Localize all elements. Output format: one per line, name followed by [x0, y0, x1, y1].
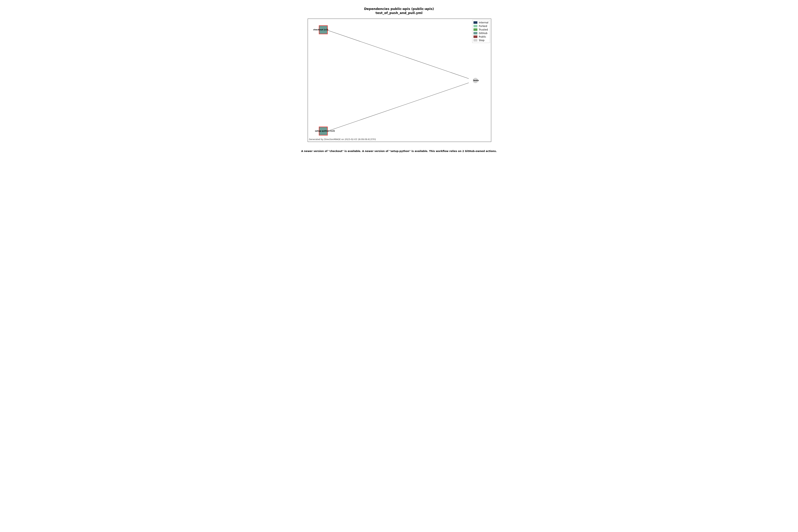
generated-footer: Generated by DirectionMIAGE on 2023-02-0…: [309, 138, 376, 140]
title-line-2: test_of_push_and_pull.yml: [376, 11, 423, 15]
legend-item-step: Step: [474, 38, 488, 42]
legend-swatch-forked: [474, 25, 477, 27]
legend-label-trusted: Trusted: [479, 28, 488, 31]
legend-label-public: Public: [479, 35, 486, 38]
legend-item-github: GitHub: [474, 32, 488, 35]
legend-label-github: GitHub: [479, 32, 488, 35]
node-checkout-label: checkout [v2]: [313, 28, 328, 31]
legend-label-internal: Internal: [479, 21, 488, 24]
caption: A newer version of "checkout" is availab…: [277, 150, 521, 152]
legend-swatch-public: [474, 36, 477, 38]
legend-label-forked: Forked: [479, 25, 487, 27]
legend: Internal Forked Trusted GitHub Public St…: [472, 20, 490, 43]
node-setup-python-label: setup-python [v2]: [315, 130, 335, 132]
chart-title: Dependencies public-apis (public-apis) t…: [277, 7, 521, 15]
legend-swatch-github: [474, 32, 477, 34]
edge-tests-checkout: [326, 30, 469, 79]
legend-label-step: Step: [479, 39, 484, 42]
plot-area: checkout [v2] setup-python [v2] tests In…: [308, 19, 491, 142]
edge-tests-setup-python: [326, 83, 469, 132]
page: Dependencies public-apis (public-apis) t…: [277, 0, 521, 163]
legend-item-public: Public: [474, 35, 488, 38]
legend-item-forked: Forked: [474, 24, 488, 28]
legend-item-internal: Internal: [474, 21, 488, 24]
legend-swatch-trusted: [474, 28, 477, 31]
legend-item-trusted: Trusted: [474, 28, 488, 32]
legend-swatch-step: [474, 39, 477, 41]
node-tests-label: tests: [473, 79, 479, 81]
title-line-1: Dependencies public-apis (public-apis): [364, 7, 434, 11]
legend-swatch-internal: [474, 21, 477, 24]
